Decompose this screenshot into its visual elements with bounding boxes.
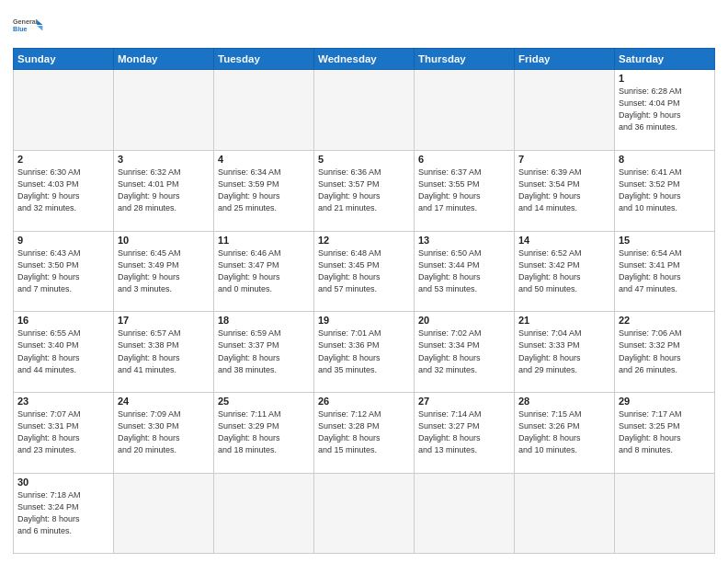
- calendar-cell: 6Sunrise: 6:37 AM Sunset: 3:55 PM Daylig…: [415, 150, 515, 231]
- calendar-cell: 3Sunrise: 6:32 AM Sunset: 4:01 PM Daylig…: [114, 150, 214, 231]
- day-info: Sunrise: 7:04 AM Sunset: 3:33 PM Dayligh…: [518, 327, 610, 375]
- calendar-cell: 13Sunrise: 6:50 AM Sunset: 3:44 PM Dayli…: [415, 231, 515, 312]
- calendar-cell: 11Sunrise: 6:46 AM Sunset: 3:47 PM Dayli…: [214, 231, 314, 312]
- calendar-cell: 29Sunrise: 7:17 AM Sunset: 3:25 PM Dayli…: [615, 393, 715, 474]
- calendar-cell: 27Sunrise: 7:14 AM Sunset: 3:27 PM Dayli…: [415, 393, 515, 474]
- col-header-friday: Friday: [515, 49, 615, 70]
- day-number: 9: [17, 235, 109, 246]
- day-info: Sunrise: 6:45 AM Sunset: 3:49 PM Dayligh…: [118, 247, 210, 295]
- logo-icon: GeneralBlue: [13, 9, 46, 42]
- day-number: 1: [619, 73, 711, 84]
- calendar-table: SundayMondayTuesdayWednesdayThursdayFrid…: [13, 48, 715, 554]
- calendar-cell: 23Sunrise: 7:07 AM Sunset: 3:31 PM Dayli…: [14, 393, 114, 474]
- day-number: 4: [218, 154, 310, 165]
- day-number: 2: [17, 154, 109, 165]
- svg-marker-2: [37, 20, 42, 25]
- day-info: Sunrise: 6:48 AM Sunset: 3:45 PM Dayligh…: [318, 247, 410, 295]
- calendar-cell: 26Sunrise: 7:12 AM Sunset: 3:28 PM Dayli…: [314, 393, 415, 474]
- day-number: 12: [318, 235, 410, 246]
- col-header-wednesday: Wednesday: [314, 49, 415, 70]
- day-number: 5: [318, 154, 410, 165]
- calendar-cell: [214, 474, 314, 554]
- calendar-cell: [14, 70, 114, 151]
- day-number: 20: [418, 315, 510, 326]
- day-number: 28: [518, 396, 610, 407]
- day-number: 21: [518, 315, 610, 326]
- day-number: 7: [518, 154, 610, 165]
- day-info: Sunrise: 6:43 AM Sunset: 3:50 PM Dayligh…: [17, 247, 109, 295]
- calendar-cell: [415, 70, 515, 151]
- day-number: 26: [318, 396, 410, 407]
- day-number: 8: [619, 154, 711, 165]
- calendar-cell: [515, 70, 615, 151]
- calendar-cell: 19Sunrise: 7:01 AM Sunset: 3:36 PM Dayli…: [314, 312, 415, 393]
- day-info: Sunrise: 7:09 AM Sunset: 3:30 PM Dayligh…: [118, 408, 210, 456]
- day-info: Sunrise: 7:11 AM Sunset: 3:29 PM Dayligh…: [218, 408, 310, 456]
- calendar-cell: 20Sunrise: 7:02 AM Sunset: 3:34 PM Dayli…: [415, 312, 515, 393]
- day-info: Sunrise: 7:12 AM Sunset: 3:28 PM Dayligh…: [318, 408, 410, 456]
- day-number: 19: [318, 315, 410, 326]
- calendar-cell: 25Sunrise: 7:11 AM Sunset: 3:29 PM Dayli…: [214, 393, 314, 474]
- calendar-cell: 5Sunrise: 6:36 AM Sunset: 3:57 PM Daylig…: [314, 150, 415, 231]
- day-number: 18: [218, 315, 310, 326]
- calendar-cell: 24Sunrise: 7:09 AM Sunset: 3:30 PM Dayli…: [114, 393, 214, 474]
- page: GeneralBlue SundayMondayTuesdayWednesday…: [0, 0, 728, 563]
- calendar-cell: [214, 70, 314, 151]
- calendar-cell: 14Sunrise: 6:52 AM Sunset: 3:42 PM Dayli…: [515, 231, 615, 312]
- day-info: Sunrise: 6:37 AM Sunset: 3:55 PM Dayligh…: [418, 167, 510, 214]
- day-info: Sunrise: 6:50 AM Sunset: 3:44 PM Dayligh…: [418, 247, 510, 295]
- calendar-cell: 28Sunrise: 7:15 AM Sunset: 3:26 PM Dayli…: [515, 393, 615, 474]
- svg-marker-3: [37, 26, 42, 30]
- col-header-saturday: Saturday: [615, 49, 715, 70]
- calendar-cell: [114, 70, 214, 151]
- calendar-cell: 15Sunrise: 6:54 AM Sunset: 3:41 PM Dayli…: [615, 231, 715, 312]
- calendar-cell: 2Sunrise: 6:30 AM Sunset: 4:03 PM Daylig…: [14, 150, 114, 231]
- calendar-cell: 4Sunrise: 6:34 AM Sunset: 3:59 PM Daylig…: [214, 150, 314, 231]
- day-info: Sunrise: 6:46 AM Sunset: 3:47 PM Dayligh…: [218, 247, 310, 295]
- day-info: Sunrise: 6:32 AM Sunset: 4:01 PM Dayligh…: [118, 167, 210, 214]
- day-number: 3: [118, 154, 210, 165]
- day-number: 10: [118, 235, 210, 246]
- calendar-cell: [314, 474, 415, 554]
- day-info: Sunrise: 7:02 AM Sunset: 3:34 PM Dayligh…: [418, 327, 510, 375]
- day-info: Sunrise: 6:28 AM Sunset: 4:04 PM Dayligh…: [619, 86, 711, 133]
- day-info: Sunrise: 6:55 AM Sunset: 3:40 PM Dayligh…: [17, 327, 109, 375]
- day-number: 16: [17, 315, 109, 326]
- svg-text:General: General: [13, 17, 38, 26]
- day-info: Sunrise: 6:41 AM Sunset: 3:52 PM Dayligh…: [619, 167, 711, 214]
- day-number: 15: [619, 235, 711, 246]
- col-header-tuesday: Tuesday: [214, 49, 314, 70]
- day-info: Sunrise: 6:39 AM Sunset: 3:54 PM Dayligh…: [518, 167, 610, 214]
- calendar-cell: [515, 474, 615, 554]
- calendar-cell: 12Sunrise: 6:48 AM Sunset: 3:45 PM Dayli…: [314, 231, 415, 312]
- day-number: 22: [619, 315, 711, 326]
- calendar-cell: 1Sunrise: 6:28 AM Sunset: 4:04 PM Daylig…: [615, 70, 715, 151]
- svg-text:Blue: Blue: [13, 25, 28, 33]
- col-header-thursday: Thursday: [415, 49, 515, 70]
- day-info: Sunrise: 6:54 AM Sunset: 3:41 PM Dayligh…: [619, 247, 711, 295]
- day-info: Sunrise: 6:52 AM Sunset: 3:42 PM Dayligh…: [518, 247, 610, 295]
- calendar-cell: 7Sunrise: 6:39 AM Sunset: 3:54 PM Daylig…: [515, 150, 615, 231]
- day-number: 6: [418, 154, 510, 165]
- day-number: 13: [418, 235, 510, 246]
- calendar-cell: [615, 474, 715, 554]
- day-info: Sunrise: 6:59 AM Sunset: 3:37 PM Dayligh…: [218, 327, 310, 375]
- col-header-sunday: Sunday: [14, 49, 114, 70]
- day-number: 14: [518, 235, 610, 246]
- day-number: 30: [17, 477, 109, 488]
- day-info: Sunrise: 7:18 AM Sunset: 3:24 PM Dayligh…: [17, 489, 109, 537]
- day-number: 23: [17, 396, 109, 407]
- col-header-monday: Monday: [114, 49, 214, 70]
- calendar-cell: 17Sunrise: 6:57 AM Sunset: 3:38 PM Dayli…: [114, 312, 214, 393]
- calendar-cell: 22Sunrise: 7:06 AM Sunset: 3:32 PM Dayli…: [615, 312, 715, 393]
- calendar-cell: 10Sunrise: 6:45 AM Sunset: 3:49 PM Dayli…: [114, 231, 214, 312]
- day-info: Sunrise: 7:01 AM Sunset: 3:36 PM Dayligh…: [318, 327, 410, 375]
- calendar-cell: [314, 70, 415, 151]
- day-info: Sunrise: 6:34 AM Sunset: 3:59 PM Dayligh…: [218, 167, 310, 214]
- day-info: Sunrise: 6:30 AM Sunset: 4:03 PM Dayligh…: [17, 167, 109, 214]
- day-number: 29: [619, 396, 711, 407]
- logo: GeneralBlue: [13, 9, 46, 42]
- calendar-cell: [415, 474, 515, 554]
- calendar-cell: [114, 474, 214, 554]
- header: GeneralBlue: [13, 9, 715, 42]
